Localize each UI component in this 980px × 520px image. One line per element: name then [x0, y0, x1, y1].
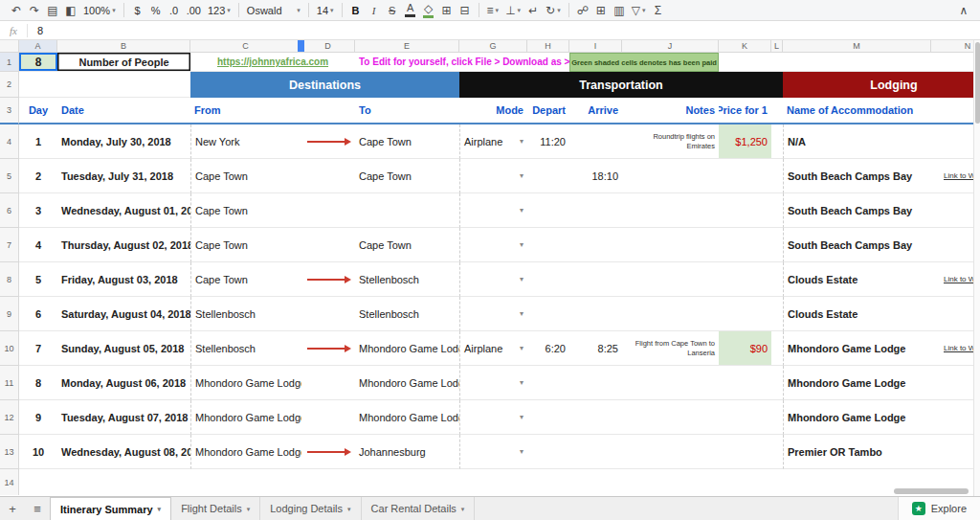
- row-number[interactable]: 8: [0, 262, 19, 297]
- header-from[interactable]: From: [190, 98, 301, 124]
- cell-to[interactable]: Johannesburg: [355, 435, 459, 469]
- horizontal-align-button[interactable]: ≡▾: [484, 2, 502, 19]
- row-number[interactable]: 3: [0, 98, 19, 124]
- text-rotation-button[interactable]: ↻▾: [543, 2, 564, 19]
- cell-to[interactable]: Mhondoro Game Lodge: [355, 331, 459, 366]
- empty-cell[interactable]: [719, 53, 771, 72]
- cell-date[interactable]: Wednesday, August 08, 2018: [57, 435, 190, 469]
- cell-price[interactable]: [719, 228, 771, 262]
- cell-mode[interactable]: ▾: [459, 400, 527, 435]
- all-sheets-button[interactable]: ≡: [25, 497, 50, 520]
- cell-to[interactable]: Stellenbosch: [355, 262, 459, 297]
- row-number[interactable]: 14: [0, 469, 19, 495]
- cell-to[interactable]: Stellenbosch: [355, 297, 459, 331]
- cell-price[interactable]: [719, 159, 771, 193]
- tab-flight-details[interactable]: Flight Details▾: [171, 497, 260, 520]
- row-number[interactable]: 6: [0, 193, 19, 228]
- cell-edit-note[interactable]: To Edit for yourself, click File > Downl…: [355, 53, 569, 72]
- cell-day[interactable]: 2: [19, 159, 57, 193]
- undo-button[interactable]: ↶: [8, 2, 25, 19]
- cell-mode[interactable]: Airplane▾: [459, 331, 527, 366]
- cell-accommodation[interactable]: N/A: [783, 124, 931, 159]
- empty-cell[interactable]: [771, 297, 783, 331]
- cell-arrive[interactable]: [569, 297, 622, 331]
- empty-cell[interactable]: [771, 262, 783, 297]
- cell-date[interactable]: Thursday, August 02, 2018: [57, 228, 190, 262]
- fill-color-button[interactable]: ◇: [420, 2, 437, 19]
- empty-cell[interactable]: [771, 435, 783, 469]
- cell-from[interactable]: Mhondoro Game Lodge: [190, 366, 301, 400]
- cell-accommodation[interactable]: South Beach Camps Bay: [783, 193, 931, 228]
- font-size-select[interactable]: 14▾: [314, 2, 337, 19]
- cell-arrive[interactable]: [569, 262, 622, 297]
- cell-from[interactable]: Mhondoro Game Lodge: [190, 435, 301, 469]
- cell-notes[interactable]: [622, 159, 719, 193]
- cell-date[interactable]: Tuesday, August 07, 2018: [57, 400, 190, 435]
- tab-car-rental-details[interactable]: Car Rental Details▾: [362, 497, 476, 520]
- cell-mode[interactable]: ▾: [459, 262, 527, 297]
- cell-depart[interactable]: [527, 366, 569, 400]
- cell-day[interactable]: 4: [19, 228, 57, 262]
- empty-cell[interactable]: [19, 72, 57, 98]
- cell-arrive[interactable]: [569, 228, 622, 262]
- cell-price[interactable]: [719, 400, 771, 435]
- decrease-decimal-button[interactable]: .0: [166, 2, 183, 19]
- cell-date[interactable]: Sunday, August 05, 2018: [57, 331, 190, 366]
- cell-arrive[interactable]: 8:25: [569, 331, 622, 366]
- empty-cell[interactable]: [301, 98, 355, 124]
- row-number[interactable]: 12: [0, 400, 19, 435]
- cell-to[interactable]: Cape Town: [355, 228, 459, 262]
- column-header-k[interactable]: K: [719, 40, 771, 53]
- print-button[interactable]: ▤: [44, 2, 61, 19]
- empty-cell[interactable]: [771, 98, 783, 124]
- column-header-d[interactable]: D: [301, 40, 355, 53]
- cell-to[interactable]: Cape Town: [355, 124, 459, 159]
- cell-price[interactable]: [719, 435, 771, 469]
- dropdown-arrow-icon[interactable]: ▾: [520, 378, 523, 387]
- cell-depart[interactable]: [527, 297, 569, 331]
- cell-mode[interactable]: ▾: [459, 297, 527, 331]
- cell-notes[interactable]: Flight from Cape Town to Lanseria: [622, 331, 719, 366]
- cell-from[interactable]: Stellenbosch: [190, 331, 301, 366]
- increase-decimal-button[interactable]: .00: [184, 2, 204, 19]
- cell-route[interactable]: [301, 435, 355, 469]
- header-arrive[interactable]: Arrive: [569, 98, 622, 124]
- header-depart[interactable]: Depart: [527, 98, 569, 124]
- cell-route[interactable]: [301, 124, 355, 159]
- cell-depart[interactable]: [527, 435, 569, 469]
- row-number[interactable]: 1: [0, 53, 19, 72]
- row-number[interactable]: 13: [0, 435, 19, 469]
- cell-accommodation[interactable]: Premier OR Tambo: [783, 435, 931, 469]
- cell-depart[interactable]: [527, 159, 569, 193]
- horizontal-scrollbar-thumb[interactable]: [894, 488, 969, 494]
- dropdown-arrow-icon[interactable]: ▾: [520, 447, 523, 456]
- empty-cell[interactable]: [57, 72, 190, 98]
- empty-cell[interactable]: [771, 228, 783, 262]
- cell-mode[interactable]: ▾: [459, 159, 527, 193]
- cell-accommodation[interactable]: Mhondoro Game Lodge: [783, 331, 931, 366]
- tab-lodging-details[interactable]: Lodging Details▾: [260, 497, 361, 520]
- cell-accommodation[interactable]: Mhondoro Game Lodge: [783, 400, 931, 435]
- column-header-i[interactable]: I: [569, 40, 622, 53]
- cell-to[interactable]: Mhondoro Game Lodge: [355, 366, 459, 400]
- insert-link-button[interactable]: ☍: [574, 2, 591, 19]
- collapse-toolbar-button[interactable]: ∧: [955, 2, 972, 19]
- column-header-b[interactable]: B: [57, 40, 190, 53]
- cell-day[interactable]: 5: [19, 262, 57, 297]
- column-header-l[interactable]: L: [771, 40, 783, 53]
- empty-cell[interactable]: [19, 469, 980, 495]
- cell-date[interactable]: Friday, August 03, 2018: [57, 262, 190, 297]
- cell-day[interactable]: 3: [19, 193, 57, 228]
- column-header-h[interactable]: H: [527, 40, 569, 53]
- cell-day[interactable]: 8: [19, 366, 57, 400]
- vertical-scrollbar-thumb[interactable]: [975, 42, 980, 124]
- cell-accommodation[interactable]: South Beach Camps Bay: [783, 159, 931, 193]
- cell-notes[interactable]: [622, 435, 719, 469]
- cell-arrive[interactable]: [569, 193, 622, 228]
- cell-route[interactable]: [301, 193, 355, 228]
- formula-input[interactable]: 8: [37, 25, 43, 36]
- header-to[interactable]: To: [355, 98, 459, 124]
- cell-accommodation[interactable]: Mhondoro Game Lodge: [783, 366, 931, 400]
- column-header-e[interactable]: E: [355, 40, 459, 53]
- cell-notes[interactable]: [622, 400, 719, 435]
